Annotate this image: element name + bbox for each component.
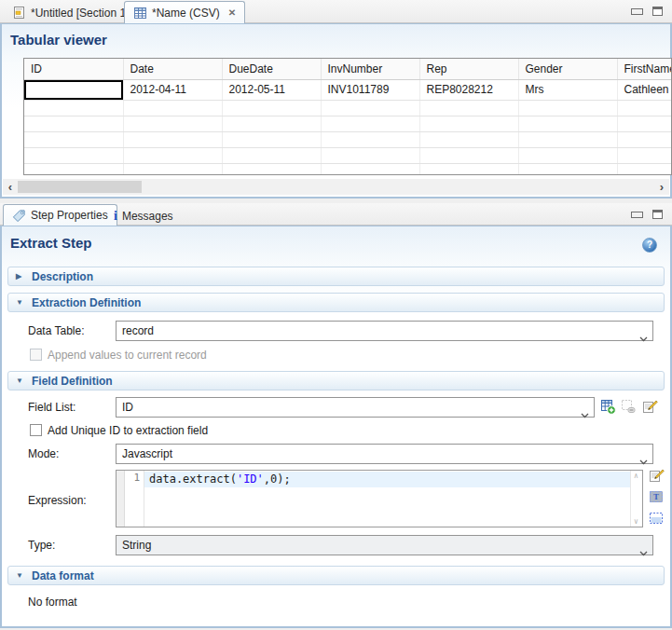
- section-extraction-definition[interactable]: Extraction Definition: [7, 293, 665, 312]
- scroll-right-icon[interactable]: [654, 179, 669, 195]
- editor-tab-name-csv[interactable]: *Name (CSV): [124, 1, 245, 23]
- edit-field-button[interactable]: [642, 399, 659, 416]
- table-cell[interactable]: REP8028212: [419, 79, 518, 100]
- table-cell[interactable]: [321, 116, 419, 131]
- remove-field-button-disabled[interactable]: [621, 399, 638, 416]
- section-label: Description: [32, 270, 93, 283]
- mode-combo[interactable]: Javascript: [116, 444, 653, 464]
- expression-scrollbar[interactable]: [630, 471, 642, 527]
- column-header-invnumber[interactable]: InvNumber: [321, 59, 419, 79]
- section-document-icon: [12, 6, 26, 20]
- column-header-rep[interactable]: Rep: [419, 59, 518, 79]
- section-label: Field Definition: [32, 375, 113, 388]
- table-cell[interactable]: [123, 147, 222, 163]
- table-cell[interactable]: [123, 100, 222, 116]
- scrollbar-thumb[interactable]: [18, 181, 142, 193]
- table-cell[interactable]: [222, 100, 321, 116]
- table-cell[interactable]: [123, 131, 222, 147]
- column-header-gender[interactable]: Gender: [518, 59, 617, 79]
- table-cell[interactable]: [24, 131, 123, 147]
- maximize-button[interactable]: [652, 7, 663, 16]
- section-label: Data format: [32, 569, 94, 582]
- minimize-button[interactable]: [631, 7, 641, 15]
- table-cell[interactable]: [419, 131, 518, 147]
- table-cell-selected[interactable]: CU01522592: [24, 79, 123, 100]
- table-cell[interactable]: [24, 100, 123, 116]
- expression-code-area[interactable]: data.extract('ID',0);: [144, 471, 630, 527]
- tab-step-properties[interactable]: Step Properties: [3, 204, 117, 226]
- expression-annotation-ruler: [117, 471, 125, 527]
- mode-label: Mode:: [28, 444, 59, 464]
- table-cell[interactable]: [24, 116, 123, 131]
- table-cell[interactable]: [321, 131, 419, 147]
- section-description[interactable]: Description: [7, 267, 665, 286]
- table-cell[interactable]: [321, 163, 419, 175]
- table-cell[interactable]: [123, 163, 222, 175]
- table-cell[interactable]: [123, 116, 222, 131]
- expression-code-line[interactable]: data.extract('ID',0);: [144, 472, 630, 487]
- table-row-empty: [24, 147, 672, 163]
- table-cell[interactable]: [617, 131, 672, 147]
- table-cell[interactable]: 2012-05-11: [222, 79, 321, 100]
- table-cell[interactable]: [419, 147, 518, 163]
- tabular-viewer-body: Tabular viewer ID Date DueDate InvNumber…: [0, 23, 672, 199]
- minimize-button[interactable]: [631, 210, 641, 218]
- table-cell[interactable]: [518, 100, 617, 116]
- expression-editor[interactable]: 1 data.extract('ID',0);: [116, 470, 643, 527]
- table-cell[interactable]: [419, 116, 518, 131]
- table-cell[interactable]: [617, 100, 672, 116]
- column-header-date[interactable]: Date: [123, 59, 222, 79]
- table-cell[interactable]: Mrs: [518, 79, 617, 100]
- table-cell[interactable]: [321, 100, 419, 116]
- table-cell[interactable]: [419, 163, 518, 175]
- tab-messages[interactable]: Messages: [105, 205, 182, 226]
- table-cell[interactable]: [24, 147, 123, 163]
- table-cell[interactable]: [518, 147, 617, 163]
- chevron-down-icon: [16, 298, 24, 307]
- close-icon[interactable]: [228, 7, 236, 18]
- table-cell[interactable]: [518, 131, 617, 147]
- use-selection-button[interactable]: [649, 511, 665, 527]
- help-icon[interactable]: [642, 238, 657, 253]
- open-expression-editor-button[interactable]: [649, 468, 665, 485]
- add-field-button[interactable]: [600, 399, 617, 416]
- table-cell[interactable]: [222, 116, 321, 131]
- table-cell[interactable]: 2012-04-11: [123, 79, 222, 100]
- table-cell[interactable]: [617, 147, 672, 163]
- data-table-icon: [133, 7, 147, 20]
- table-cell[interactable]: [321, 147, 419, 163]
- combo-value: ID: [122, 401, 133, 414]
- section-field-definition[interactable]: Field Definition: [7, 371, 665, 390]
- table-row-empty: [24, 100, 672, 116]
- use-selected-text-button[interactable]: T: [649, 489, 665, 506]
- type-combo[interactable]: String: [116, 535, 653, 555]
- column-header-duedate[interactable]: DueDate: [222, 59, 321, 79]
- table-cell[interactable]: [222, 163, 321, 175]
- maximize-button[interactable]: [652, 210, 663, 219]
- editor-tabbar: *Untitled [Section 1] *Name (CSV): [0, 0, 672, 23]
- add-unique-id-checkbox[interactable]: [30, 424, 42, 436]
- table-cell[interactable]: [518, 116, 617, 131]
- info-icon: [114, 209, 117, 224]
- table-cell[interactable]: [617, 163, 672, 175]
- section-data-format[interactable]: Data format: [7, 566, 665, 585]
- table-cell[interactable]: [419, 100, 518, 116]
- table-cell[interactable]: Cathleen: [617, 79, 672, 100]
- table-row-empty: [24, 131, 672, 147]
- field-list-combo[interactable]: ID: [116, 397, 595, 418]
- table-cell[interactable]: INV1011789: [321, 79, 419, 100]
- table-cell[interactable]: [518, 163, 617, 175]
- table-cell[interactable]: [24, 163, 123, 175]
- scroll-left-icon[interactable]: [3, 179, 18, 195]
- column-header-id[interactable]: ID: [24, 59, 123, 79]
- text-selection-icon: T: [649, 489, 664, 504]
- data-table-combo[interactable]: record: [116, 321, 653, 341]
- table-cell[interactable]: [617, 116, 672, 131]
- table-cell[interactable]: [222, 147, 321, 163]
- editor-tab-untitled-section[interactable]: *Untitled [Section 1]: [4, 2, 137, 23]
- append-values-label: Append values to current record: [48, 349, 207, 362]
- table-cell[interactable]: [222, 131, 321, 147]
- add-unique-id-label: Add Unique ID to extraction field: [48, 424, 208, 437]
- horizontal-scrollbar[interactable]: [3, 179, 669, 195]
- column-header-firstname[interactable]: FirstName: [617, 59, 672, 79]
